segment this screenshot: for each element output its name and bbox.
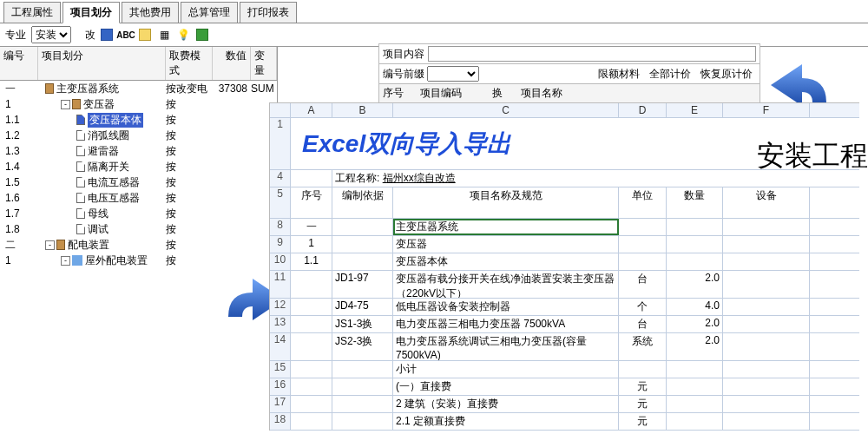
hdr-unit: 单位: [619, 187, 667, 218]
tree-panel: 编号 项目划分 取费模式 数值 变量 一主变压器系统按改变电37308SUM1-…: [0, 47, 278, 268]
file-icon: [76, 161, 85, 172]
tree-toggle-icon[interactable]: -: [45, 240, 55, 250]
excel-col-c[interactable]: C: [393, 103, 619, 117]
tree-row[interactable]: 1.7母线按: [0, 206, 277, 221]
tree-row[interactable]: 1.2消弧线圈按: [0, 128, 277, 143]
tree-label: 避雷器: [88, 144, 119, 159]
content-label: 项目内容: [383, 47, 424, 62]
tab-print-report[interactable]: 打印报表: [240, 2, 297, 23]
excel-row[interactable]: 172 建筑（安装）直接费元: [270, 396, 859, 413]
tree-header: 编号 项目划分 取费模式 数值 变量: [0, 47, 277, 81]
sub-col-code: 项目编码: [420, 86, 490, 101]
tree-no: 1.8: [2, 223, 40, 235]
excel-col-f[interactable]: F: [723, 103, 810, 117]
excel-col-b[interactable]: B: [332, 103, 393, 117]
tree-body: 一主变压器系统按改变电37308SUM1-变压器按1.1变压器本体按1.2消弧线…: [0, 81, 277, 268]
file-icon: [76, 130, 85, 141]
tree-label: 屋外配电装置: [85, 253, 148, 268]
col-change: 变量: [251, 47, 277, 80]
tree-row[interactable]: 1.5电流互感器按: [0, 174, 277, 190]
side-title: 安装工程: [757, 137, 868, 175]
excel-col-a[interactable]: A: [291, 103, 332, 117]
tree-row[interactable]: 1.4隔离开关按: [0, 159, 277, 174]
tree-mode: 按: [166, 97, 213, 112]
tree-label: 电压互感器: [88, 191, 140, 206]
tree-row[interactable]: 1.6电压互感器按: [0, 190, 277, 206]
tree-no: 1.3: [2, 145, 40, 157]
tree-no: 1: [2, 254, 40, 266]
excel-row[interactable]: 182.1 定额直接费元: [270, 413, 859, 431]
sub-col-seq: 序号: [383, 86, 418, 101]
tree-no: 一: [2, 82, 40, 96]
tree-mode: 按: [166, 238, 213, 253]
tree-val: 37308: [213, 82, 251, 95]
tree-label: 母线: [88, 207, 108, 221]
tree-row[interactable]: 一主变压器系统按改变电37308SUM: [0, 81, 277, 96]
excel-row[interactable]: 11JD1-97变压器有载分接开关在线净油装置安装主变压器 （220kV以下）台…: [270, 271, 859, 299]
clipboard-icon: [72, 99, 81, 109]
tab-project-division[interactable]: 项目划分: [62, 2, 120, 23]
layout-icon[interactable]: [99, 27, 115, 43]
file-icon: [76, 115, 85, 125]
excel-row[interactable]: 101.1变压器本体: [270, 253, 859, 271]
tree-suffix: SUM: [251, 82, 277, 95]
content-input[interactable]: [428, 46, 756, 62]
prefix-label: 编号前缀: [383, 67, 424, 82]
limit-material-link[interactable]: 限额材料: [595, 67, 643, 82]
col-no: 编号: [0, 47, 38, 80]
restore-price-link[interactable]: 恢复原计价: [697, 67, 756, 82]
filter-icon[interactable]: ▦: [156, 27, 172, 43]
sub-col-swap: 换: [492, 86, 518, 101]
file-icon: [76, 177, 85, 187]
tree-row[interactable]: 1.8调试按: [0, 221, 277, 237]
lightbulb-icon[interactable]: 💡: [175, 27, 191, 43]
excel-row[interactable]: 16(一）直接费元: [270, 378, 859, 396]
major-select[interactable]: 安装: [31, 26, 71, 43]
excel-row[interactable]: 12JD4-75低电压器设备安装控制器个4.0: [270, 299, 859, 316]
tree-mode: 按改变电: [166, 82, 213, 96]
excel-row[interactable]: 13JS1-3换电力变压器三相电力变压器 7500kVA台2.0: [270, 316, 859, 333]
tree-label: 变压器本体: [88, 113, 143, 128]
tree-mode: 按: [166, 113, 213, 128]
prefix-select[interactable]: [427, 66, 479, 82]
excel-col-d[interactable]: D: [619, 103, 667, 117]
tree-no: 二: [2, 238, 40, 253]
tree-mode: 按: [166, 175, 213, 190]
tree-label: 隔离开关: [88, 160, 129, 174]
calculator-icon[interactable]: [194, 27, 210, 43]
excel-row[interactable]: 14JS2-3换电力变压器系统调试三相电力变压器(容量7500kVA)系统2.0: [270, 333, 859, 361]
file-icon: [76, 193, 85, 203]
tree-row[interactable]: 1-屋外配电装置按: [0, 253, 277, 268]
tree-row[interactable]: 1.1变压器本体按: [0, 112, 277, 128]
major-label: 专业: [5, 28, 26, 43]
excel-row[interactable]: 91变压器: [270, 236, 859, 253]
tree-no: 1.5: [2, 176, 40, 188]
tree-toggle-icon[interactable]: -: [61, 100, 70, 109]
spellcheck-icon[interactable]: ABC: [118, 27, 134, 43]
tree-toggle-icon[interactable]: -: [61, 256, 70, 266]
clipboard-icon: [56, 240, 65, 250]
clipboard-icon: [45, 83, 54, 94]
table-icon[interactable]: [137, 27, 153, 43]
tree-row[interactable]: 二-配电装置按: [0, 237, 277, 253]
hdr-basis: 编制依据: [332, 187, 393, 218]
tab-total-mgmt[interactable]: 总算管理: [181, 2, 238, 23]
tree-mode: 按: [166, 253, 213, 268]
project-label: 工程名称:: [335, 172, 379, 184]
tree-mode: 按: [166, 160, 213, 174]
excel-col-e[interactable]: E: [667, 103, 723, 117]
price-all-link[interactable]: 全部计价: [646, 67, 694, 82]
hdr-device: 设备: [723, 187, 810, 218]
tree-no: 1.7: [2, 207, 40, 220]
tab-other-fees[interactable]: 其他费用: [122, 2, 179, 23]
excel-row[interactable]: 15小计: [270, 361, 859, 378]
tree-label: 主变压器系统: [56, 82, 119, 96]
tree-label: 消弧线圈: [88, 128, 129, 143]
tree-no: 1.2: [2, 129, 40, 141]
tab-project-attr[interactable]: 工程属性: [3, 2, 61, 23]
tree-row[interactable]: 1.3避雷器按: [0, 143, 277, 159]
property-panel: 项目内容 编号前缀 限额材料 全部计价 恢复原计价 序号 项目编码 换 项目名称: [378, 43, 760, 103]
excel-row[interactable]: 8一主变压器系统: [270, 219, 859, 236]
tree-label: 配电装置: [68, 238, 109, 253]
tree-row[interactable]: 1-变压器按: [0, 96, 277, 112]
